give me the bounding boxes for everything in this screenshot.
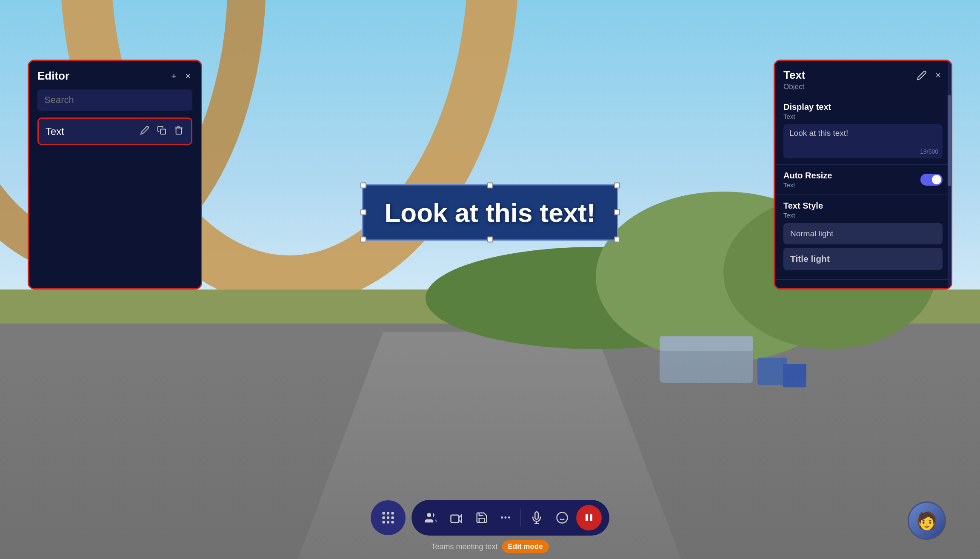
status-bar: Teams meeting text Edit mode [431,540,549,553]
auto-resize-label-block: Auto Resize Text [783,171,832,189]
auto-resize-subtitle: Text [783,181,832,189]
auto-resize-section: Auto Resize Text [775,165,951,195]
search-input-wrapper[interactable] [37,89,192,111]
display-text-value-box[interactable]: Look at this text! 18/500 [783,124,943,158]
search-input[interactable] [44,95,186,106]
text-item-label: Text [46,126,64,138]
style-option-title[interactable]: Title light [783,248,943,270]
editor-close-button[interactable]: × [183,70,192,83]
grid-button[interactable] [371,500,406,535]
editor-add-button[interactable]: + [169,70,178,83]
text-item-delete-button[interactable] [173,125,184,138]
svg-rect-14 [387,512,389,515]
style-option-title-label: Title light [790,254,830,264]
style-option-normal[interactable]: Normal light [783,223,943,244]
meeting-text: Teams meeting text [431,542,497,551]
prop-panel-header: Text Object × [775,61,951,96]
auto-resize-title: Auto Resize [783,171,832,181]
display-text-title: Display text [783,102,943,112]
text-item-actions [139,125,184,138]
svg-rect-20 [387,521,389,524]
editor-panel-title: Editor [37,69,69,83]
save-button[interactable] [470,507,493,528]
svg-rect-17 [387,516,389,519]
toolbar-pill: ••• [411,500,610,536]
mic-button[interactable] [525,507,548,528]
display-text-content: Look at this text! 18/500 [783,124,943,158]
prop-close-button[interactable]: × [934,69,943,82]
svg-rect-13 [382,512,385,515]
style-option-normal-label: Normal light [790,229,833,238]
scrollbar-track[interactable] [948,61,951,288]
svg-point-26 [557,513,568,523]
prop-panel-content: Display text Text Look at this text! 18/… [775,96,951,288]
people-button[interactable] [419,507,442,528]
display-text-value: Look at this text! [789,129,848,138]
text-item-row[interactable]: Text [37,118,192,145]
text-style-section: Text Style Text Normal light Title light [775,195,951,280]
display-text-section: Display text Text Look at this text! 18/… [775,96,951,165]
svg-rect-23 [451,515,459,523]
avatar-emoji: 🧑 [916,511,937,531]
emoji-button[interactable] [551,507,574,528]
user-avatar[interactable]: 🧑 [908,502,946,540]
text-style-options: Normal light Title light [783,223,943,270]
record-button[interactable] [576,505,602,530]
editor-panel-actions: + × [169,70,192,83]
prop-panel-title: Text [783,69,806,82]
prop-header-actions: × [915,69,943,82]
editor-panel-header: Editor + × [37,69,192,83]
auto-resize-toggle[interactable] [920,174,943,186]
text-item-edit-button[interactable] [139,125,150,138]
more-button[interactable]: ••• [496,509,517,527]
display-text-subtitle: Text [783,113,943,120]
prop-edit-button[interactable] [915,69,929,82]
prop-title-block: Text Object [783,69,806,91]
char-count: 18/500 [920,148,938,155]
text-style-subtitle: Text [783,212,943,219]
scrollbar-thumb[interactable] [948,95,951,186]
bottom-toolbar: ••• [371,500,610,536]
editor-panel: Editor + × Text [28,60,202,290]
svg-rect-30 [590,514,592,521]
prop-panel-subtitle: Object [783,83,806,91]
svg-rect-12 [160,129,166,134]
scene-text-object[interactable]: Look at this text! [362,184,618,241]
svg-rect-15 [391,512,394,515]
svg-rect-16 [382,516,385,519]
auto-resize-row: Auto Resize Text [783,171,943,189]
edit-mode-badge[interactable]: Edit mode [502,540,549,553]
toolbar-separator [520,509,521,526]
svg-point-22 [427,513,431,517]
svg-rect-29 [586,514,588,521]
svg-rect-18 [391,516,394,519]
camera-button[interactable] [445,507,468,528]
svg-rect-19 [382,521,385,524]
properties-panel: Text Object × Display text Text Look at … [774,60,952,290]
svg-rect-21 [391,521,394,524]
scene-text-value: Look at this text! [384,198,595,227]
text-item-copy-button[interactable] [156,125,167,138]
text-style-title: Text Style [783,201,943,211]
